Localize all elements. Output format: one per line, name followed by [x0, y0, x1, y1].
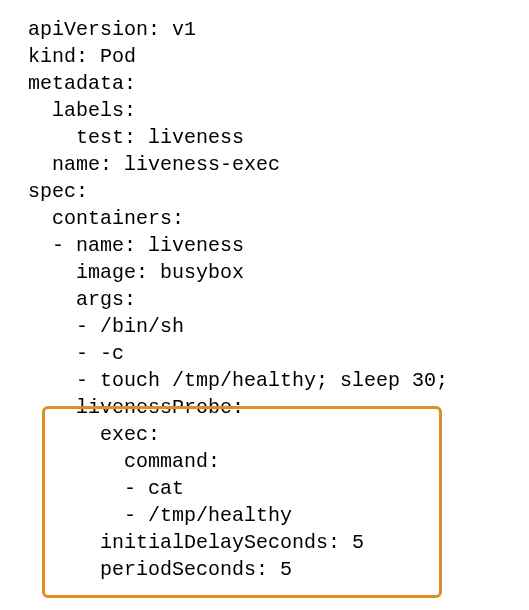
code-line: metadata: — [28, 72, 136, 95]
code-line: initialDelaySeconds: 5 — [28, 531, 364, 554]
code-line: labels: — [28, 99, 136, 122]
code-line: - -c — [28, 342, 124, 365]
code-line: containers: — [28, 207, 184, 230]
code-line: - cat — [28, 477, 184, 500]
code-line: command: — [28, 450, 220, 473]
code-line: - name: liveness — [28, 234, 244, 257]
code-block: apiVersion: v1 kind: Pod metadata: label… — [28, 16, 529, 583]
code-line: image: busybox — [28, 261, 244, 284]
code-line: spec: — [28, 180, 88, 203]
code-line: kind: Pod — [28, 45, 136, 68]
code-line: periodSeconds: 5 — [28, 558, 292, 581]
code-line: apiVersion: v1 — [28, 18, 196, 41]
code-line: test: liveness — [28, 126, 244, 149]
code-line: - touch /tmp/healthy; sleep 30; — [28, 369, 448, 392]
code-line: exec: — [28, 423, 160, 446]
code-line: - /bin/sh — [28, 315, 184, 338]
code-line: - /tmp/healthy — [28, 504, 292, 527]
code-line: args: — [28, 288, 136, 311]
code-line: livenessProbe: — [28, 396, 244, 419]
code-line: name: liveness-exec — [28, 153, 280, 176]
